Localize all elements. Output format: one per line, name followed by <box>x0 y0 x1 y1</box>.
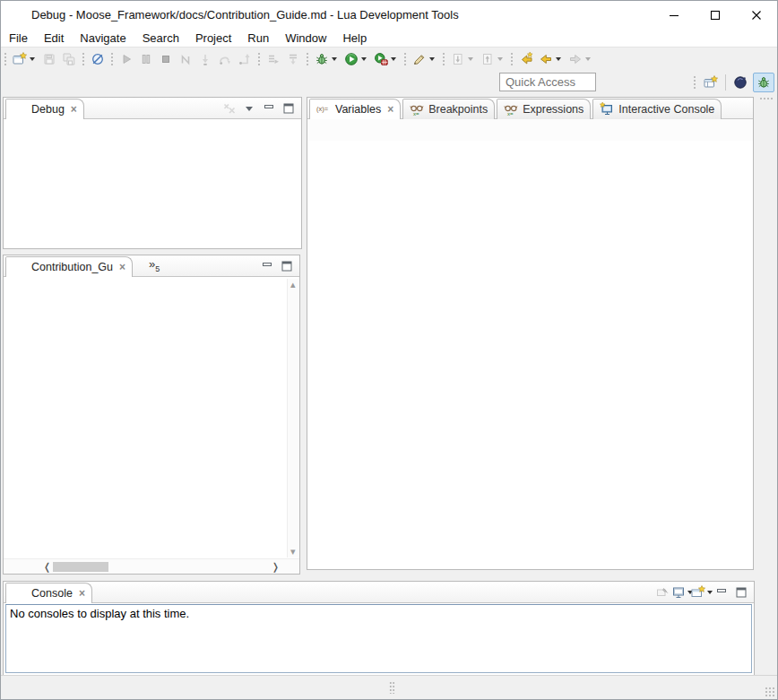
skip-all-breakpoints-button[interactable] <box>88 49 108 69</box>
menu-window[interactable]: Window <box>277 30 334 47</box>
menu-search[interactable]: Search <box>134 30 187 47</box>
open-perspective-button[interactable] <box>700 73 722 92</box>
variables-content[interactable] <box>307 141 753 569</box>
strip-handle[interactable] <box>759 97 774 100</box>
separator <box>725 74 726 91</box>
menu-run[interactable]: Run <box>239 30 277 47</box>
toolbar-handle[interactable] <box>403 52 407 66</box>
window-maximize-button[interactable] <box>695 1 736 29</box>
statusbar-grip[interactable] <box>389 681 394 694</box>
tab-label: Expressions <box>523 103 584 116</box>
scrollbar-thumb[interactable] <box>53 562 108 572</box>
external-tools-button[interactable] <box>410 49 439 69</box>
drop-to-frame-icon <box>286 52 300 66</box>
last-edit-location-button[interactable] <box>516 49 536 69</box>
skip-all-breakpoints-icon <box>91 52 105 66</box>
ldt-perspective-icon <box>733 75 748 90</box>
tab-breakpoints[interactable]: x=Breakpoints <box>402 99 495 119</box>
open-console-button[interactable] <box>693 584 711 601</box>
debug-view-content[interactable] <box>4 119 301 248</box>
tab-interactive-console[interactable]: Interactive Console <box>592 99 722 119</box>
dropdown-arrow-icon[interactable] <box>361 57 367 61</box>
resume-button <box>117 49 136 69</box>
window-close-button[interactable] <box>736 1 777 29</box>
console-message: No consoles to display at this time. <box>6 605 751 622</box>
step-return-button <box>235 49 255 69</box>
scroll-down-icon[interactable]: ▾ <box>290 546 296 557</box>
maximize-view-button[interactable] <box>278 258 296 274</box>
minimize-view-button[interactable] <box>258 258 276 274</box>
editor-content[interactable]: ▴ ▾ ❬ ❭ <box>4 277 299 574</box>
editor-vertical-scrollbar[interactable]: ▴ ▾ <box>287 279 299 557</box>
ldt-perspective-button[interactable] <box>730 73 751 92</box>
toolbar-handle[interactable] <box>442 52 445 66</box>
scroll-right-icon[interactable]: ❭ <box>272 561 280 573</box>
toolbar-handle[interactable] <box>257 52 261 66</box>
open-perspective-icon <box>704 75 718 90</box>
step-return-icon <box>238 52 252 66</box>
window-title: Debug - Moose_Framework/docs/Contributio… <box>31 8 459 22</box>
tab-contribution-guide[interactable]: Contribution_Gu × <box>5 256 133 277</box>
toolbar-handle[interactable] <box>306 52 309 66</box>
hidden-editors-chevron[interactable]: »5 <box>149 257 160 273</box>
display-selected-console-button[interactable] <box>673 584 691 601</box>
right-stack-tabbar: (x)=Variables×x=Breakpointsx=Expressions… <box>307 98 753 119</box>
view-menu-button[interactable] <box>240 100 258 117</box>
menu-help[interactable]: Help <box>334 30 375 47</box>
variables-view-stack: (x)=Variables×x=Breakpointsx=Expressions… <box>307 97 754 570</box>
next-annotation-icon <box>451 52 465 66</box>
dropdown-arrow-icon[interactable] <box>391 57 396 61</box>
close-icon[interactable]: × <box>71 103 77 116</box>
tab-variables[interactable]: (x)=Variables× <box>309 99 401 119</box>
minimize-view-button[interactable] <box>260 100 278 117</box>
editor-tab-label: Contribution_Gu <box>31 261 113 273</box>
toolbar-handle[interactable] <box>110 52 114 66</box>
run-button[interactable] <box>341 49 371 69</box>
back-history-icon <box>539 52 553 66</box>
maximize-view-button[interactable] <box>280 100 298 117</box>
toolbar-handle[interactable] <box>82 52 85 66</box>
back-history-button[interactable] <box>536 49 566 69</box>
editor-horizontal-scrollbar[interactable]: ❬ ❭ <box>4 558 299 574</box>
toolbar-handle[interactable] <box>693 75 696 90</box>
console-content[interactable]: No consoles to display at this time. <box>5 604 752 673</box>
dropdown-arrow-icon[interactable] <box>468 57 473 61</box>
quick-access-input[interactable] <box>499 73 596 91</box>
suspend-button <box>136 49 156 69</box>
dropdown-arrow-icon[interactable] <box>497 57 503 61</box>
toolbar-handle[interactable] <box>4 52 7 66</box>
tab-debug[interactable]: Debug × <box>5 99 84 119</box>
coverage-button[interactable] <box>371 49 401 69</box>
application-window: Debug - Moose_Framework/docs/Contributio… <box>0 0 778 700</box>
menu-file[interactable]: File <box>1 30 36 47</box>
window-resize-grip[interactable] <box>765 687 775 697</box>
scroll-left-icon[interactable]: ❬ <box>43 561 51 573</box>
view-menu-icon <box>246 107 253 111</box>
maximize-view-button[interactable] <box>732 584 750 601</box>
save-all-icon <box>62 52 76 66</box>
save-icon <box>42 52 56 66</box>
dropdown-arrow-icon[interactable] <box>30 57 35 61</box>
interactive-console-icon <box>600 102 614 117</box>
window-minimize-button[interactable] <box>653 1 695 29</box>
menu-project[interactable]: Project <box>187 30 239 47</box>
dropdown-arrow-icon[interactable] <box>585 57 591 61</box>
new-wizard-button[interactable] <box>10 49 39 69</box>
scroll-up-icon[interactable]: ▴ <box>290 279 296 290</box>
debug-perspective-button[interactable] <box>753 73 774 92</box>
close-icon[interactable]: × <box>119 261 125 273</box>
minimize-view-button[interactable] <box>713 584 730 601</box>
window-controls <box>653 1 777 29</box>
tab-expressions[interactable]: x=Expressions <box>497 99 591 119</box>
dropdown-arrow-icon[interactable] <box>556 57 561 61</box>
close-icon[interactable]: × <box>79 587 85 600</box>
debug-button[interactable] <box>312 49 341 69</box>
menu-navigate[interactable]: Navigate <box>72 30 134 47</box>
maximize-view-icon <box>280 259 294 273</box>
menu-edit[interactable]: Edit <box>36 30 72 47</box>
dropdown-arrow-icon[interactable] <box>429 57 435 61</box>
close-icon[interactable]: × <box>387 103 393 116</box>
toolbar-handle[interactable] <box>510 52 514 66</box>
dropdown-arrow-icon[interactable] <box>332 57 337 61</box>
tab-console[interactable]: Console × <box>5 583 92 603</box>
